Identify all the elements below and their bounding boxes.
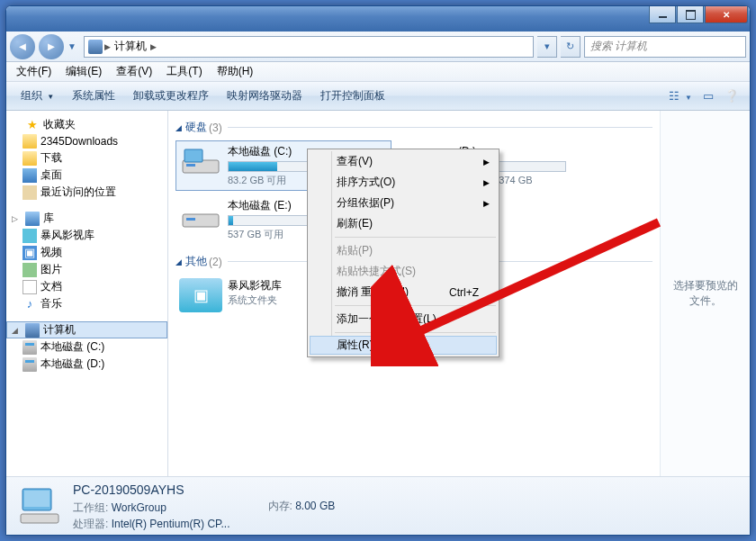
svg-rect-9 [21,514,58,523]
video-lib-icon [22,229,37,243]
navbar: ◄ ► ▼ ▶ 计算机 ▶ ▾ ↻ 搜索 计算机 [6,32,750,62]
tree-drive-item[interactable]: 本地磁盘 (D:) [6,356,167,373]
preview-placeholder: 选择要预览的文件。 [670,278,741,309]
search-input[interactable]: 搜索 计算机 [584,36,746,58]
tree-lib-item[interactable]: 暴风影视库 [6,227,167,244]
tree-drive-item[interactable]: 本地磁盘 (C:) [6,338,167,356]
details-col2: 内存: 8.00 GB [268,499,336,514]
music-icon: ♪ [22,297,37,311]
menu-file[interactable]: 文件(F) [10,62,58,81]
menu-view[interactable]: 查看(V) [110,62,158,81]
media-folder-icon: ▣ [179,278,222,312]
address-dropdown[interactable]: ▾ [537,36,557,58]
tree-library[interactable]: ▷库 [6,210,167,227]
ctx-refresh[interactable]: 刷新(E) [310,213,497,234]
details-pane: PC-20190509AYHS 工作组: WorkGroup 处理器: Inte… [6,476,750,535]
ctx-separator [335,305,496,306]
desktop-icon [22,168,37,183]
recent-icon [22,185,37,200]
video-icon: ▣ [22,246,37,260]
tree-fav-item[interactable]: 2345Downloads [6,133,167,149]
tree-computer[interactable]: ◢计算机 [6,321,167,338]
folder-name: 暴风影视库 [228,278,282,293]
breadcrumb-root[interactable]: 计算机 [111,39,150,54]
svg-rect-1 [184,149,202,162]
computer-icon [88,40,103,54]
ctx-paste: 粘贴(P) [310,240,497,261]
navigation-tree[interactable]: ★收藏夹 2345Downloads 下载 桌面 最近访问的位置 ▷库 暴风影视… [6,111,168,476]
tree-lib-item[interactable]: ♪音乐 [6,295,167,312]
toolbar: 组织 ▼ 系统属性 卸载或更改程序 映射网络驱动器 打开控制面板 ☷ ▼ ▭ ❔ [6,82,750,111]
address-bar[interactable]: ▶ 计算机 ▶ [84,36,534,58]
ctx-group[interactable]: 分组依据(P)▶ [310,193,497,213]
breadcrumb-sep: ▶ [104,42,111,51]
ctx-add-network-location[interactable]: 添加一个网络位置(L) [310,309,497,329]
drive-icon [179,198,222,234]
library-icon [25,212,40,226]
pictures-icon [22,263,37,277]
tree-fav-item[interactable]: 最近访问的位置 [6,184,167,201]
forward-button[interactable]: ► [39,34,64,59]
toolbar-control-panel[interactable]: 打开控制面板 [311,85,394,107]
toolbar-map-drive[interactable]: 映射网络驱动器 [218,85,311,107]
details-col1: PC-20190509AYHS 工作组: WorkGroup 处理器: Inte… [73,481,230,532]
explorer-window: ◄ ► ▼ ▶ 计算机 ▶ ▾ ↻ 搜索 计算机 文件(F) 编辑(E) 查看(… [5,5,751,536]
computer-large-icon [17,483,62,528]
menu-help[interactable]: 帮助(H) [211,62,260,81]
star-icon: ★ [25,118,40,132]
close-button[interactable] [705,6,748,23]
preview-pane: 选择要预览的文件。 [660,111,750,476]
pc-name: PC-20190509AYHS [73,481,230,500]
toolbar-uninstall[interactable]: 卸载或更改程序 [124,85,218,107]
ctx-paste-shortcut: 粘贴快捷方式(S) [310,261,497,282]
search-placeholder: 搜索 计算机 [590,39,647,54]
back-button[interactable]: ◄ [10,34,35,59]
menubar: 文件(F) 编辑(E) 查看(V) 工具(T) 帮助(H) [6,62,750,82]
svg-rect-2 [186,164,195,167]
toolbar-organize[interactable]: 组织 ▼ [12,85,63,107]
menu-edit[interactable]: 编辑(E) [59,62,108,81]
help-button[interactable]: ❔ [719,86,744,106]
drive-icon [179,144,222,180]
history-dropdown[interactable]: ▼ [68,41,80,51]
svg-rect-4 [186,218,195,221]
ctx-properties[interactable]: 属性(R) [310,336,497,355]
menu-tools[interactable]: 工具(T) [160,62,208,81]
ctx-undo[interactable]: 撤消 重命名(U)Ctrl+Z [310,282,497,302]
drive-icon [22,357,37,372]
computer-icon [25,323,40,338]
tree-lib-item[interactable]: 图片 [6,261,167,278]
preview-pane-button[interactable]: ▭ [698,86,719,106]
context-menu: 查看(V)▶ 排序方式(O)▶ 分组依据(P)▶ 刷新(E) 粘贴(P) 粘贴快… [307,149,500,357]
documents-icon [22,280,37,294]
ctx-view[interactable]: 查看(V)▶ [310,151,497,172]
titlebar [6,6,750,32]
tree-fav-item[interactable]: 下载 [6,149,167,167]
ctx-separator [335,237,496,238]
ctx-sort[interactable]: 排序方式(O)▶ [310,172,497,193]
minimize-button[interactable] [649,6,676,23]
breadcrumb-sep: ▶ [150,42,157,51]
view-mode-button[interactable]: ☷ ▼ [663,86,698,106]
maximize-button[interactable] [677,6,704,23]
tree-lib-item[interactable]: ▣视频 [6,244,167,261]
tree-fav-item[interactable]: 桌面 [6,167,167,184]
drive-icon [22,340,37,355]
ctx-separator [335,332,496,333]
folder-icon [22,151,37,166]
tree-favorites[interactable]: ★收藏夹 [6,116,167,133]
folder-type: 系统文件夹 [228,293,282,307]
toolbar-system-properties[interactable]: 系统属性 [63,85,124,107]
group-header-disk[interactable]: ◢ 硬盘 (3) [176,120,652,135]
folder-icon [22,134,37,149]
svg-rect-8 [24,491,50,507]
refresh-button[interactable]: ↻ [561,36,580,58]
tree-lib-item[interactable]: 文档 [6,278,167,295]
